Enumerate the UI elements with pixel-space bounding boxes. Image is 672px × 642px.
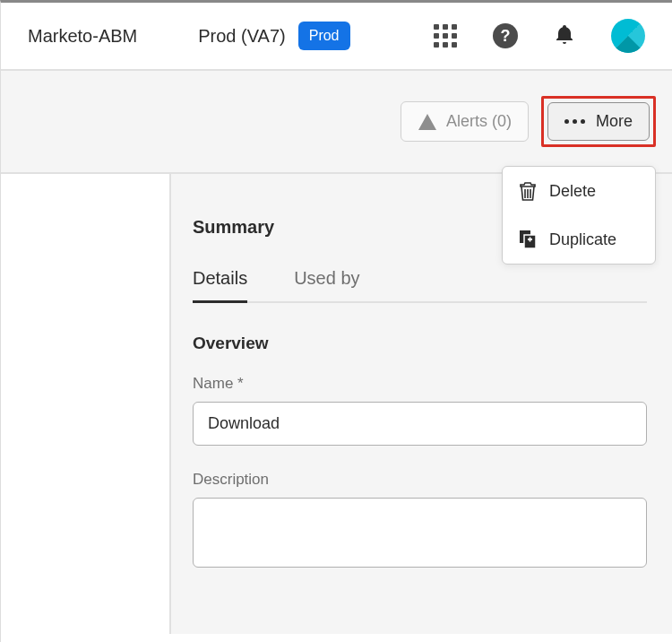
warning-icon [418,113,437,131]
avatar[interactable] [611,19,645,53]
tab-used-by[interactable]: Used by [294,268,359,301]
trash-icon [519,181,537,201]
header-bar: Marketo-ABM Prod (VA7) Prod ? [1,3,672,71]
apps-icon[interactable] [434,24,457,48]
more-dropdown: Delete Duplicate [502,166,656,265]
more-button[interactable]: More [547,102,650,141]
env-name[interactable]: Prod (VA7) [198,26,285,47]
duplicate-label: Duplicate [549,230,616,249]
description-input[interactable] [193,498,647,568]
tab-details[interactable]: Details [193,268,247,301]
alerts-label: Alerts (0) [446,112,512,131]
more-highlight: More [541,96,656,147]
env-badge[interactable]: Prod [298,22,350,50]
delete-label: Delete [549,182,596,201]
name-input[interactable] [193,402,647,446]
delete-menu-item[interactable]: Delete [503,167,655,215]
overview-heading: Overview [193,334,647,353]
tabs: Details Used by [193,268,647,303]
header-icons: ? [434,19,645,53]
duplicate-menu-item[interactable]: Duplicate [503,215,655,264]
name-label: Name * [193,375,647,393]
more-dots-icon [564,119,585,124]
toolbar: Alerts (0) More [1,71,672,174]
help-icon[interactable]: ? [493,23,518,48]
bell-icon[interactable] [554,22,575,50]
duplicate-icon [519,230,537,249]
alerts-button[interactable]: Alerts (0) [401,101,529,142]
left-sidebar [1,174,171,634]
description-label: Description [193,471,647,489]
more-label: More [596,112,633,131]
org-name[interactable]: Marketo-ABM [28,26,137,47]
